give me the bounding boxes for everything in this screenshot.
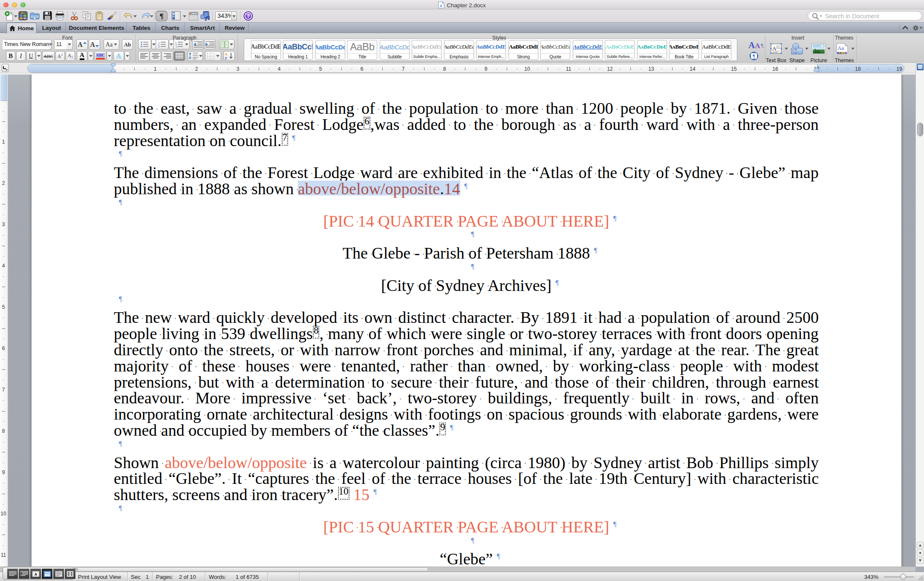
- svg-text:Aa: Aa: [837, 45, 844, 51]
- svg-text:A: A: [225, 52, 228, 56]
- svg-text:?: ?: [247, 13, 250, 19]
- svg-text:Z: Z: [225, 56, 227, 60]
- svg-text:A: A: [772, 45, 777, 52]
- svg-text:a: a: [440, 3, 442, 8]
- svg-text:¶: ¶: [753, 53, 755, 59]
- svg-text:3: 3: [158, 45, 160, 48]
- svg-text:c: c: [176, 45, 177, 48]
